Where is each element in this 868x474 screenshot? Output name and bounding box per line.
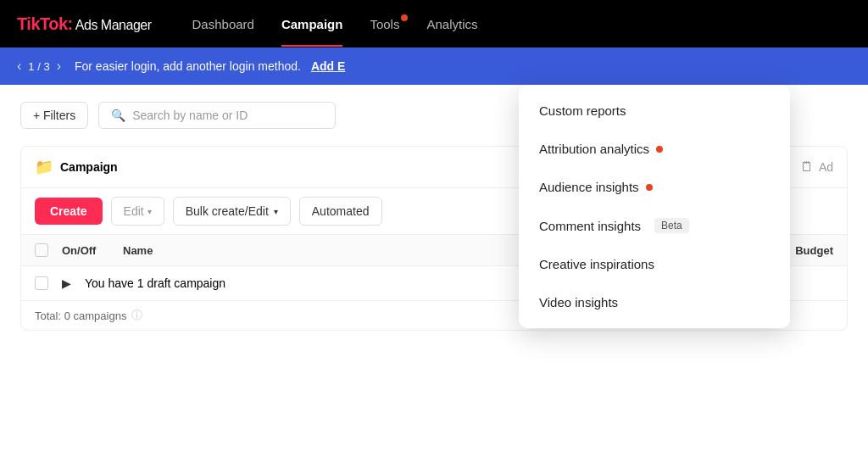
table-total-text: Total: 0 campaigns [35,309,126,322]
dropdown-attribution-analytics[interactable]: Attribution analytics [519,130,790,168]
bulk-create-button[interactable]: Bulk create/Edit ▾ [173,197,291,226]
filters-label: + Filters [33,109,75,122]
comment-insights-label: Comment insights [539,219,641,233]
attribution-analytics-dot [656,146,663,153]
row-expand-icon[interactable]: ▶ [62,276,71,290]
dropdown-comment-insights[interactable]: Comment insights Beta [519,206,790,245]
bulk-label: Bulk create/Edit [186,204,269,218]
nav-links: Dashboard Campaign Tools Analytics [192,17,478,31]
search-icon: 🔍 [111,109,125,122]
banner-page-indicator: 1 / 3 [28,60,49,73]
banner-navigation: ‹ 1 / 3 › [17,59,61,74]
attribution-analytics-label: Attribution analytics [539,142,649,156]
logo-tiktok: TikTok [17,14,68,33]
creative-inspirations-label: Creative inspirations [539,257,654,271]
dropdown-custom-reports[interactable]: Custom reports [519,92,790,130]
notification-banner: ‹ 1 / 3 › For easier login, add another … [0,47,868,85]
nav-tools[interactable]: Tools [370,17,399,31]
nav-analytics[interactable]: Analytics [426,17,477,31]
logo-ads-manager: Ads Manager [73,18,152,32]
row-select-checkbox[interactable] [35,276,48,290]
bulk-chevron-icon: ▾ [274,207,278,216]
ad-label: 🗒 Ad [800,159,833,175]
header-checkbox [35,243,52,257]
section-label-text: Campaign [60,160,118,174]
ad-text: Ad [819,160,833,174]
top-navigation: TikTok: Ads Manager Dashboard Campaign T… [0,0,868,47]
automated-button[interactable]: Automated [299,197,382,226]
edit-button[interactable]: Edit ▾ [111,197,164,226]
header-onoff: On/Off [62,244,113,257]
row-checkbox [35,276,52,290]
edit-chevron-icon: ▾ [147,207,152,216]
select-all-checkbox[interactable] [35,243,48,257]
analytics-dropdown: Custom reports Attribution analytics Aud… [519,85,790,328]
create-button[interactable]: Create [35,198,103,225]
logo: TikTok: Ads Manager [17,14,152,34]
search-placeholder: Search by name or ID [132,109,248,122]
filters-button[interactable]: + Filters [20,102,88,129]
audience-insights-dot [646,184,653,191]
beta-badge: Beta [654,218,689,233]
dropdown-video-insights[interactable]: Video insights [519,283,790,321]
folder-icon: 📁 [35,158,53,176]
custom-reports-label: Custom reports [539,103,626,118]
video-insights-label: Video insights [539,295,618,309]
banner-next[interactable]: › [57,59,61,74]
ad-icon: 🗒 [800,159,814,175]
dropdown-creative-inspirations[interactable]: Creative inspirations [519,245,790,283]
nav-dashboard[interactable]: Dashboard [192,17,254,31]
info-icon: ⓘ [131,308,142,323]
banner-message: For easier login, add another login meth… [75,59,301,73]
edit-label: Edit [124,204,144,218]
tools-dot [401,14,408,21]
main-content: + Filters 🔍 Search by name or ID 📁 Campa… [0,85,868,474]
banner-link[interactable]: Add E [311,59,345,73]
dropdown-audience-insights[interactable]: Audience insights [519,168,790,206]
audience-insights-label: Audience insights [539,180,639,194]
search-box: 🔍 Search by name or ID [98,102,336,129]
banner-prev[interactable]: ‹ [17,59,21,74]
nav-campaign[interactable]: Campaign [281,17,343,31]
